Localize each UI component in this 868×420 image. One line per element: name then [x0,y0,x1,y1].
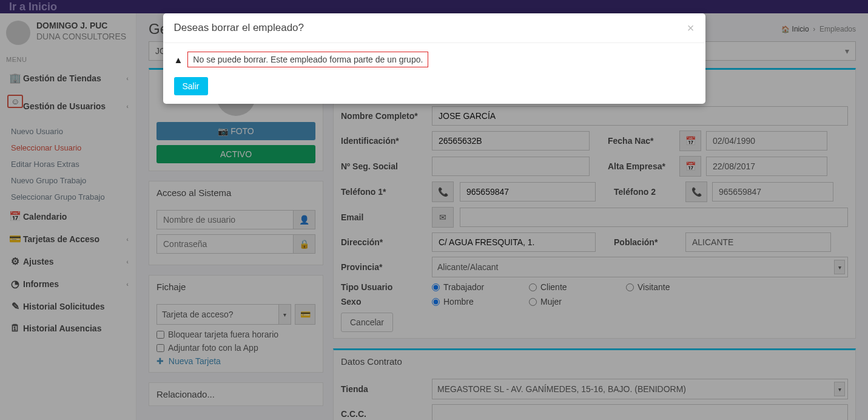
warning-icon: ▲ [174,55,183,65]
salir-button[interactable]: Salir [174,77,208,95]
delete-employee-modal: Deseas borrar el empleado? × ▲ No se pue… [163,13,705,104]
close-icon[interactable]: × [687,22,695,34]
modal-title: Deseas borrar el empleado? [174,22,304,34]
modal-message: No se puede borrar. Este empleado forma … [187,52,428,67]
